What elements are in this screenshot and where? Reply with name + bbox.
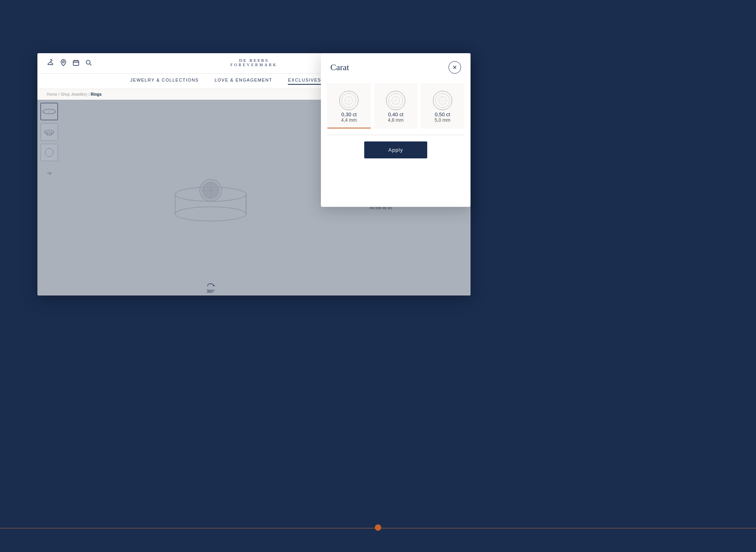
- diamond-icon-040: [385, 89, 407, 112]
- site-logo: DE BEERS FOREVERMARK: [230, 58, 278, 67]
- breadcrumb-shop[interactable]: Shop Jewellery: [61, 92, 87, 97]
- modal-close-button[interactable]: ✕: [448, 61, 461, 74]
- svg-rect-1: [73, 61, 79, 65]
- carat-050-value: 0,50 ct: [435, 112, 450, 117]
- breadcrumb-current: Rings: [91, 92, 102, 97]
- svg-line-6: [90, 64, 91, 65]
- breadcrumb-home[interactable]: Home: [47, 92, 57, 97]
- svg-point-0: [63, 61, 65, 63]
- calendar-icon[interactable]: [73, 59, 79, 67]
- hanger-icon[interactable]: [47, 59, 54, 68]
- brand-top: DE BEERS: [230, 58, 278, 63]
- carat-option-040[interactable]: 0,40 ct 4,8 mm: [374, 83, 418, 128]
- carat-option-050[interactable]: 0,50 ct 5,0 mm: [421, 83, 464, 128]
- modal-header: Carat ✕: [321, 53, 471, 80]
- diamond-icon-030: [338, 89, 360, 112]
- carat-modal: Carat ✕ 0,30 ct 4,4 mm: [321, 53, 471, 207]
- carat-030-value: 0,30 ct: [341, 112, 357, 117]
- nav-item-love[interactable]: LOVE & ENGAGEMENT: [215, 78, 272, 85]
- header-icons: [47, 59, 92, 68]
- carat-030-mm: 4,4 mm: [341, 117, 357, 123]
- carat-050-mm: 5,0 mm: [435, 117, 450, 123]
- carat-040-mm: 4,8 mm: [388, 117, 404, 123]
- modal-divider: [327, 135, 464, 135]
- carat-options: 0,30 ct 4,4 mm 0,40 ct 4,8 mm: [321, 80, 471, 132]
- diamond-icon-050: [432, 89, 454, 112]
- modal-title: Carat: [330, 62, 349, 72]
- location-icon[interactable]: [60, 59, 67, 68]
- carat-option-030[interactable]: 0,30 ct 4,4 mm: [327, 83, 371, 128]
- nav-item-jewelry[interactable]: JEWELRY & COLLECTIONS: [130, 78, 199, 85]
- close-icon: ✕: [452, 64, 457, 71]
- nav-item-exclusives[interactable]: EXCLUSIVES: [288, 78, 321, 85]
- carat-040-value: 0,40 ct: [388, 112, 403, 117]
- bottom-dot: [375, 524, 381, 531]
- apply-button[interactable]: Apply: [364, 141, 427, 158]
- brand-bottom: FOREVERMARK: [230, 63, 278, 67]
- search-icon[interactable]: [85, 59, 92, 67]
- svg-point-5: [86, 60, 90, 64]
